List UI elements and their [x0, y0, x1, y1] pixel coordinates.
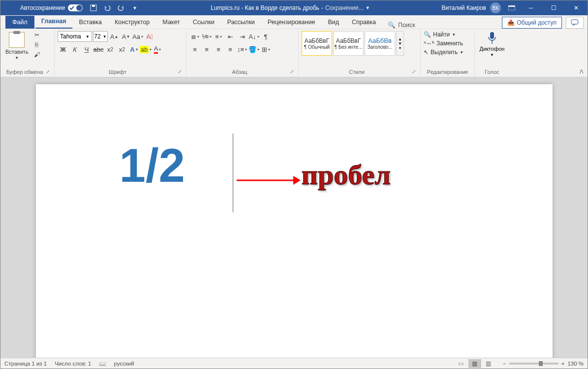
- ribbon-options-icon[interactable]: [508, 4, 516, 12]
- show-marks-icon[interactable]: ¶: [260, 31, 271, 42]
- zoom-out-icon[interactable]: −: [503, 361, 506, 367]
- document-text[interactable]: 1/2: [120, 138, 185, 193]
- change-case-icon[interactable]: Aa: [132, 31, 143, 42]
- paragraph-launcher[interactable]: ⤢: [290, 69, 295, 76]
- undo-icon[interactable]: [103, 4, 111, 12]
- user-avatar[interactable]: ВК: [490, 2, 501, 13]
- zoom-slider[interactable]: [509, 363, 558, 365]
- clear-format-icon[interactable]: A⃠: [144, 31, 155, 42]
- shading-icon[interactable]: 🪣: [248, 44, 259, 55]
- italic-button[interactable]: К: [69, 44, 80, 55]
- annotation-text: пробел: [302, 158, 391, 191]
- find-button[interactable]: 🔍Найти▼: [424, 31, 471, 38]
- replace-icon: ᵃ↔ᵇ: [424, 40, 434, 47]
- align-left-icon[interactable]: ≡: [189, 44, 200, 55]
- search-icon: 🔍: [388, 21, 396, 29]
- tab-file[interactable]: Файл: [5, 16, 34, 29]
- maximize-button[interactable]: ☐: [542, 0, 565, 15]
- dec-indent-icon[interactable]: ⇤: [225, 31, 236, 42]
- shrink-font-icon[interactable]: A▼: [121, 31, 131, 42]
- share-button[interactable]: 📤 Общий доступ: [502, 17, 562, 29]
- search-box[interactable]: 🔍 Поиск: [388, 21, 415, 29]
- svg-rect-1: [92, 5, 95, 7]
- group-paragraph: ≣ ⅟≡ ≡ ⇤ ⇥ A↓ ¶ ≡ ≡ ≡ ≡ ↕≡ 🪣 ⊞ Абзац⤢: [186, 29, 299, 77]
- sort-icon[interactable]: A↓: [248, 31, 259, 42]
- select-button[interactable]: ↖Выделить▼: [424, 49, 471, 56]
- inc-indent-icon[interactable]: ⇥: [237, 31, 248, 42]
- font-color-icon[interactable]: A: [152, 44, 163, 55]
- tab-review[interactable]: Рецензирование: [262, 16, 321, 29]
- multilevel-icon[interactable]: ≡: [213, 31, 224, 42]
- user-name: Виталий Каиров: [441, 4, 486, 11]
- read-mode-icon[interactable]: ▭: [455, 359, 467, 368]
- clipboard-launcher[interactable]: ⤢: [46, 69, 51, 76]
- comments-button[interactable]: [566, 17, 584, 29]
- borders-icon[interactable]: ⊞: [260, 44, 271, 55]
- paste-icon: [9, 32, 25, 48]
- styles-more-icon[interactable]: ▲▼▾: [396, 31, 404, 56]
- styles-gallery[interactable]: АаБбВвГ¶ Обычный АаБбВвГ¶ Без инте... Аа…: [302, 31, 404, 56]
- dictate-button[interactable]: Диктофон ▼: [478, 31, 506, 57]
- tab-layout[interactable]: Макет: [156, 16, 186, 29]
- redo-icon[interactable]: [117, 4, 125, 12]
- tab-home[interactable]: Главная: [35, 15, 72, 29]
- tab-mailings[interactable]: Рассылки: [221, 16, 261, 29]
- ribbon-tabs: Файл Главная Вставка Конструктор Макет С…: [0, 15, 588, 29]
- font-size-select[interactable]: 72▼: [93, 31, 108, 42]
- tab-help[interactable]: Справка: [346, 16, 382, 29]
- styles-launcher[interactable]: ⤢: [412, 69, 417, 76]
- user-area[interactable]: Виталий Каиров ВК: [441, 2, 501, 13]
- tab-design[interactable]: Конструктор: [109, 16, 155, 29]
- minimize-button[interactable]: ─: [520, 0, 542, 15]
- strike-button[interactable]: abc: [93, 44, 104, 55]
- zoom-value[interactable]: 130 %: [567, 361, 584, 367]
- select-icon: ↖: [424, 49, 429, 56]
- web-layout-icon[interactable]: ▥: [482, 359, 495, 368]
- toggle-switch[interactable]: [68, 4, 83, 11]
- autosave-label: Автосохранение: [20, 4, 65, 11]
- group-styles: АаБбВвГ¶ Обычный АаБбВвГ¶ Без инте... Аа…: [299, 29, 421, 77]
- style-no-spacing[interactable]: АаБбВвГ¶ Без инте...: [333, 31, 364, 56]
- page-status[interactable]: Страница 1 из 1: [4, 361, 47, 367]
- font-name-select[interactable]: Tahoma▼: [58, 31, 92, 42]
- subscript-button[interactable]: x2: [105, 44, 116, 55]
- qat-dropdown-icon[interactable]: ▾: [131, 4, 139, 12]
- language-status[interactable]: русский: [114, 361, 134, 367]
- zoom-control: − + 130 %: [503, 361, 584, 367]
- close-button[interactable]: ✕: [565, 0, 588, 15]
- paste-button[interactable]: Вставить ▼: [3, 31, 31, 61]
- format-painter-icon[interactable]: 🖌: [32, 51, 41, 59]
- grow-font-icon[interactable]: A▲: [109, 31, 120, 42]
- autosave-toggle[interactable]: Автосохранение: [20, 4, 83, 11]
- word-count[interactable]: Число слов: 1: [55, 361, 91, 367]
- align-right-icon[interactable]: ≡: [213, 44, 224, 55]
- collapse-ribbon-icon[interactable]: ᐱ: [580, 68, 584, 75]
- statusbar: Страница 1 из 1 Число слов: 1 📖 русский …: [0, 358, 588, 369]
- tab-view[interactable]: Вид: [322, 16, 345, 29]
- justify-icon[interactable]: ≡: [225, 44, 236, 55]
- underline-button[interactable]: Ч: [81, 44, 92, 55]
- document-workspace[interactable]: 1/2 пробел: [0, 77, 588, 358]
- zoom-in-icon[interactable]: +: [561, 361, 565, 367]
- tab-insert[interactable]: Вставка: [73, 16, 108, 29]
- page[interactable]: 1/2 пробел: [36, 84, 553, 358]
- highlight-icon[interactable]: ab: [140, 44, 151, 55]
- proofing-icon[interactable]: 📖: [99, 360, 106, 367]
- bullets-icon[interactable]: ≣: [189, 31, 200, 42]
- save-icon[interactable]: [90, 4, 97, 12]
- superscript-button[interactable]: x2: [117, 44, 127, 55]
- align-center-icon[interactable]: ≡: [201, 44, 212, 55]
- cut-icon[interactable]: ✂: [32, 31, 41, 39]
- style-normal[interactable]: АаБбВвГ¶ Обычный: [302, 31, 332, 56]
- view-buttons: ▭ ▦ ▥: [455, 359, 495, 368]
- tab-references[interactable]: Ссылки: [187, 16, 220, 29]
- style-heading1[interactable]: АаБбВвЗаголово...: [365, 31, 395, 56]
- text-effects-icon[interactable]: A: [128, 44, 139, 55]
- bold-button[interactable]: Ж: [58, 44, 68, 55]
- replace-button[interactable]: ᵃ↔ᵇЗаменить: [424, 40, 471, 47]
- line-spacing-icon[interactable]: ↕≡: [237, 44, 248, 55]
- numbering-icon[interactable]: ⅟≡: [201, 31, 212, 42]
- copy-icon[interactable]: ⎘: [32, 41, 41, 49]
- print-layout-icon[interactable]: ▦: [468, 359, 481, 368]
- font-launcher[interactable]: ⤢: [178, 69, 183, 76]
